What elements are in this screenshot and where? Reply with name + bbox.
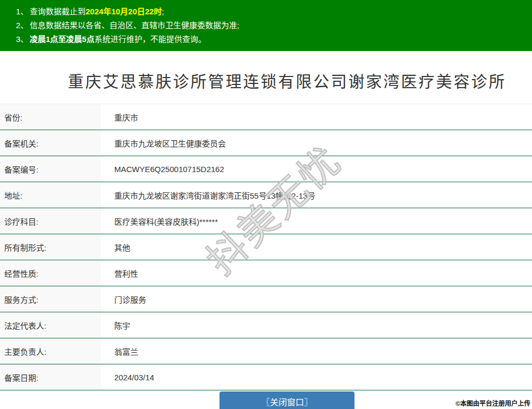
- field-value: 2024/03/14: [101, 364, 532, 390]
- notice-highlight-maintenance: 凌晨1点至凌晨5点: [30, 35, 95, 44]
- field-value: 重庆市九龙坡区谢家湾街道谢家湾正街55号13幢负2-13号: [101, 182, 532, 208]
- field-value: 医疗美容科(美容皮肤科)******: [101, 208, 532, 234]
- field-value: 陈宇: [101, 312, 532, 338]
- table-row-clinical-departments: 诊疗科目: 医疗美容科(美容皮肤科)******: [0, 208, 532, 234]
- table-row-ownership-type: 所有制形式: 其他: [0, 234, 532, 260]
- notice-banner: 1、查询数据截止到2024年10月20日22时; 2、信息数据结果以各省、自治区…: [0, 0, 532, 51]
- table-row-business-nature: 经营性质: 营利性: [0, 260, 532, 286]
- field-value: 门诊服务: [101, 286, 532, 312]
- table-row-principal: 主要负责人: 翁富兰: [0, 338, 532, 364]
- table-row-filing-number: 备案编号: MACWYE6Q250010715D2162: [0, 156, 532, 182]
- field-label: 备案机关:: [0, 130, 101, 156]
- field-label: 经营性质:: [0, 260, 101, 286]
- field-value: 其他: [101, 234, 532, 260]
- field-label: 地址:: [0, 182, 101, 208]
- field-value: MACWYE6Q250010715D2162: [101, 156, 532, 182]
- field-label: 备案日期:: [0, 364, 101, 390]
- field-label: 诊疗科目:: [0, 208, 101, 234]
- notice-number: 3、: [16, 32, 30, 46]
- field-label: 省份:: [0, 104, 101, 130]
- table-row-legal-representative: 法定代表人: 陈宇: [0, 312, 532, 338]
- copyright-note: ©本图由平台注册用户上传: [455, 398, 530, 407]
- notice-text-end: 系统进行维护，不能提供查询。: [95, 35, 206, 44]
- notice-number: 1、: [16, 5, 30, 19]
- close-window-button[interactable]: 〖关闭窗口〗: [219, 391, 354, 409]
- field-label: 法定代表人:: [0, 312, 101, 338]
- table-row-filing-date: 备案日期: 2024/03/14: [0, 364, 532, 390]
- notice-highlight-date: 2024年10月20日22时: [86, 7, 162, 16]
- field-value: 重庆市九龙坡区卫生健康委员会: [101, 130, 532, 156]
- table-row-service-mode: 服务方式: 门诊服务: [0, 286, 532, 312]
- field-label: 所有制形式:: [0, 234, 101, 260]
- page-title: 重庆艾思慕肤诊所管理连锁有限公司谢家湾医疗美容诊所: [0, 51, 532, 104]
- field-value: 重庆市: [101, 104, 532, 130]
- notice-text-end: ;: [162, 7, 164, 16]
- field-value: 翁富兰: [101, 338, 532, 364]
- notice-line-3: 3、凌晨1点至凌晨5点系统进行维护，不能提供查询。: [16, 32, 527, 46]
- notice-text: 信息数据结果以各省、自治区、直辖市卫生健康委数据为准;: [30, 21, 239, 30]
- field-label: 服务方式:: [0, 286, 101, 312]
- field-label: 主要负责人:: [0, 338, 101, 364]
- table-row-filing-authority: 备案机关: 重庆市九龙坡区卫生健康委员会: [0, 130, 532, 156]
- main-content: 重庆艾思慕肤诊所管理连锁有限公司谢家湾医疗美容诊所: [0, 51, 532, 104]
- notice-text: 查询数据截止到: [30, 7, 86, 16]
- notice-line-1: 1、查询数据截止到2024年10月20日22时;: [16, 5, 527, 19]
- record-table: 省份: 重庆市 备案机关: 重庆市九龙坡区卫生健康委员会 备案编号: MACWY…: [0, 104, 532, 390]
- notice-line-2: 2、信息数据结果以各省、自治区、直辖市卫生健康委数据为准;: [16, 19, 527, 32]
- field-label: 备案编号:: [0, 156, 101, 182]
- table-row-address: 地址: 重庆市九龙坡区谢家湾街道谢家湾正街55号13幢负2-13号: [0, 182, 532, 208]
- field-value: 营利性: [101, 260, 532, 286]
- notice-number: 2、: [16, 19, 30, 32]
- table-row-province: 省份: 重庆市: [0, 104, 532, 130]
